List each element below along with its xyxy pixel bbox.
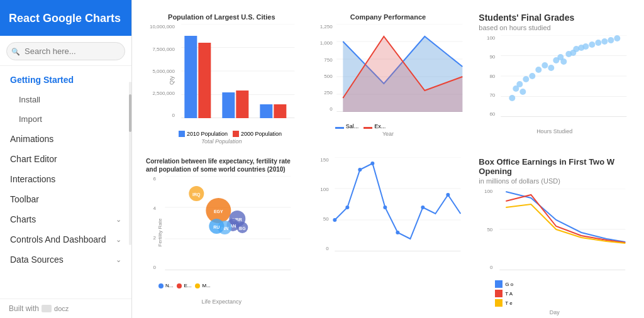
svg-point-43 [596,40,602,46]
sidebar-item-data-sources[interactable]: Data Sources ⌄ [0,249,131,270]
svg-point-32 [542,62,548,69]
svg-point-42 [589,41,596,48]
charts-grid: Population of Largest U.S. Cities 10,000… [132,0,644,318]
sidebar-nav: Getting Started Install Import Animation… [0,66,131,299]
svg-text:EGY: EGY [214,209,223,214]
svg-point-81 [421,206,425,209]
y-axis-label: Qty [169,76,175,85]
chevron-down-icon: ⌄ [116,236,121,244]
box-office-svg: 0 5 [495,189,630,270]
svg-point-82 [446,193,450,197]
sidebar-item-interactions[interactable]: Interactions [0,169,131,189]
sidebar-footer: Built with docz [0,299,131,318]
bar-legend: 2010 Population 2000 Population [179,131,297,137]
bar [236,90,248,118]
line-chart-svg: 5 [331,157,464,251]
sidebar-item-import[interactable]: Import [0,109,131,129]
svg-point-36 [561,58,567,65]
docz-logo [42,305,52,312]
bar [274,104,286,118]
sidebar-item-getting-started[interactable]: Getting Started [0,70,131,90]
chevron-down-icon: ⌄ [116,216,121,224]
correlation-chart-card: Correlation between life expectancy, fer… [138,151,305,318]
svg-point-31 [536,67,542,73]
bar [222,92,235,118]
students-scatter-svg: 0 5 10 [497,35,630,117]
svg-point-28 [520,89,526,95]
bar [198,43,211,118]
svg-point-29 [523,76,530,82]
search-input[interactable] [6,42,125,60]
sidebar-item-install[interactable]: Install [0,90,131,109]
sidebar-item-controls-dashboard[interactable]: Controls And Dashboard ⌄ [0,229,131,249]
svg-text:RU: RU [213,225,219,229]
svg-point-46 [614,35,621,41]
box-office-chart-card: Box Office Earnings in First Two W Openi… [471,151,638,318]
svg-point-80 [396,231,399,234]
app-title-text: React Google Charts [9,12,121,25]
app-title: React Google Charts [0,0,131,36]
students-chart-card: Students' Final Grades based on hours st… [471,6,638,151]
company-chart-title: Company Performance [313,13,464,21]
line-chart-card: 150 100 50 0 [305,151,472,318]
main-content: Population of Largest U.S. Cities 10,000… [132,0,644,318]
life-exp-x-label: Life Expectancy [146,299,297,305]
svg-point-25 [509,95,516,101]
svg-point-41 [583,43,589,50]
students-title: Students' Final Grades [479,13,630,23]
svg-point-44 [602,38,608,45]
company-x-label: Year [313,131,464,137]
population-chart-title: Population of Largest U.S. Cities [146,13,297,21]
fertility-y-label: Fertility Rate [157,218,163,246]
box-office-subtitle: in millions of dollars (USD) [479,177,630,185]
bar [260,104,272,118]
box-office-title: Box Office Earnings in First Two W Openi… [479,157,630,176]
sidebar-item-chart-editor[interactable]: Chart Editor [0,149,131,169]
box-office-legend: G o T A T e [495,280,630,307]
company-chart-svg: 2013 2014 2015 2016 [335,24,464,112]
sidebar: React Google Charts Getting Started Inst… [0,0,132,318]
x-axis-label: Total Population [146,138,297,145]
svg-text:IRQ: IRQ [192,192,201,197]
population-bar-svg: New York Chicago, IL Philadelp... [179,24,297,118]
box-office-x-label: Day [479,309,630,315]
svg-text:BG: BG [239,226,246,231]
sidebar-scrollbar[interactable] [129,82,131,245]
sidebar-item-animations[interactable]: Animations [0,129,131,149]
svg-point-78 [370,162,374,165]
population-chart-card: Population of Largest U.S. Cities 10,000… [138,6,305,151]
students-x-label: Hours Studied [479,128,630,134]
svg-point-45 [608,37,614,43]
svg-point-30 [530,73,536,79]
svg-point-75 [333,218,336,222]
sidebar-item-charts[interactable]: Charts ⌄ [0,209,131,229]
svg-point-79 [383,206,387,209]
students-subtitle: based on hours studied [479,24,630,31]
svg-point-33 [548,65,555,71]
company-chart-card: Company Performance 1,250 1,000 750 500 … [305,6,472,151]
correlation-chart-title: Correlation between life expectancy, fer… [146,157,297,173]
svg-point-27 [517,81,523,87]
chevron-down-icon: ⌄ [116,256,121,264]
sidebar-item-toolbar[interactable]: Toolbar [0,189,131,209]
svg-point-76 [345,206,349,209]
company-legend: Sal... Ex... [335,123,464,129]
bar [184,36,197,118]
bubble-legend: N... E... M... [158,283,297,288]
svg-point-77 [358,168,362,172]
correlation-svg: IRQ EGY UBR AN BG [158,176,297,270]
search-area [0,36,131,66]
